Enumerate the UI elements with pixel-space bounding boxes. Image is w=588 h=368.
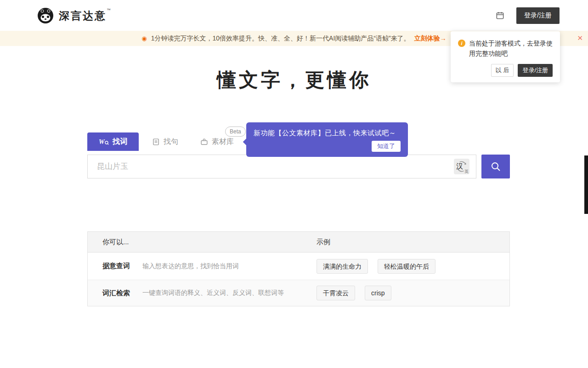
material-library-icon [200, 138, 208, 146]
banner-close-icon[interactable]: ✕ [577, 34, 583, 41]
calendar-icon[interactable] [496, 11, 504, 20]
brand-name: 深言达意 [59, 9, 107, 23]
example-chip[interactable]: 满满的生命力 [317, 259, 368, 274]
later-button[interactable]: 以 后 [491, 64, 514, 77]
table-header: 你可以... 示例 [88, 232, 509, 253]
search-input[interactable] [88, 155, 476, 178]
table-header-example: 示例 [317, 238, 509, 247]
feature-desc: 一键查询词语的释义、近义词、反义词、联想词等 [142, 289, 284, 297]
feature-name: 词汇检索 [102, 289, 130, 298]
tooltip-text: 新功能【公文素材库】已上线，快来试试吧～ [254, 129, 401, 138]
search-box: 汉 英 [87, 155, 476, 178]
feature-desc: 输入想表达的意思，找到恰当用词 [142, 262, 239, 270]
new-feature-tooltip: 新功能【公文素材库】已上线，快来试试吧～ 知道了 [246, 122, 408, 157]
banner-text: 1分钟读完万字长文，10倍效率提升。快、准、全、好！新一代AI阅读辅助产品“语鲸… [151, 34, 410, 43]
main-panel: W 找词 找句 素材库 Beta 新功能【公文素材库】已上线，快来试试吧 [87, 132, 510, 306]
banner-dot-icon: ◉ [141, 35, 147, 41]
login-register-button[interactable]: 登录/注册 [516, 7, 560, 24]
feature-name: 据意查词 [102, 262, 130, 270]
tooltip-arrow [243, 138, 250, 146]
find-word-icon: W [99, 138, 109, 145]
info-icon: i [458, 40, 465, 47]
lang-secondary-label: 英 [464, 170, 469, 174]
lang-primary-label: 汉 [456, 162, 463, 169]
search-bar: 汉 英 [87, 155, 510, 178]
examples-table: 你可以... 示例 据意查词 输入想表达的意思，找到恰当用词 满满的生命力 轻松… [87, 231, 510, 306]
banner-cta-link[interactable]: 立刻体验→ [414, 34, 447, 43]
guest-popup-text: 当前处于游客模式，去登录使用完整功能吧 [469, 38, 553, 59]
popup-login-register-button[interactable]: 登录/注册 [518, 64, 553, 77]
app-header: 深言达意 ™ 登录/注册 [0, 0, 588, 31]
table-row: 据意查词 输入想表达的意思，找到恰当用词 满满的生命力 轻松温暖的午后 [88, 253, 509, 280]
table-header-can-do: 你可以... [88, 238, 317, 247]
tooltip-confirm-button[interactable]: 知道了 [372, 141, 401, 152]
scrollbar-thumb[interactable] [584, 155, 588, 214]
guest-mode-popup: i 当前处于游客模式，去登录使用完整功能吧 以 后 登录/注册 [451, 31, 560, 82]
table-row: 词汇检索 一键查询词语的释义、近义词、反义词、联想词等 干霄凌云 crisp [88, 280, 509, 306]
example-chip[interactable]: crisp [365, 286, 391, 300]
brand-logo[interactable]: 深言达意 ™ [37, 7, 111, 24]
search-icon [490, 161, 501, 172]
tab-find-word-label: 找词 [113, 137, 127, 147]
tab-material-library-label: 素材库 [212, 137, 234, 147]
trademark-mark: ™ [107, 8, 111, 12]
beta-badge: Beta [225, 126, 246, 137]
tab-find-word[interactable]: W 找词 [87, 132, 139, 151]
language-toggle[interactable]: 汉 英 [454, 159, 469, 174]
find-sentence-icon [152, 138, 160, 146]
example-chip[interactable]: 轻松温暖的午后 [378, 259, 435, 274]
tab-find-sentence[interactable]: 找句 [143, 132, 187, 151]
tab-find-sentence-label: 找句 [164, 137, 178, 147]
panda-logo-icon [37, 7, 54, 24]
tab-bar: W 找词 找句 素材库 Beta 新功能【公文素材库】已上线，快来试试吧 [87, 132, 510, 151]
svg-text:W: W [99, 138, 105, 145]
example-chip[interactable]: 干霄凌云 [317, 286, 355, 300]
search-button[interactable] [481, 155, 510, 178]
